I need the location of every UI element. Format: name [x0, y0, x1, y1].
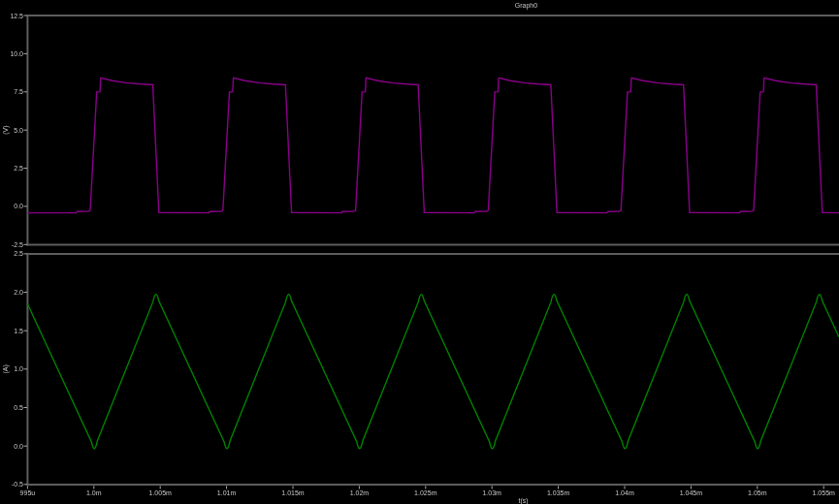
svg-text:2.0: 2.0	[14, 289, 23, 296]
svg-text:995u: 995u	[20, 489, 36, 496]
svg-text:1.055m: 1.055m	[813, 489, 836, 496]
svg-text:10.0: 10.0	[10, 50, 23, 57]
svg-text:1.5: 1.5	[14, 328, 23, 334]
svg-text:-2.5: -2.5	[12, 241, 23, 248]
svg-text:-0.5: -0.5	[12, 481, 23, 488]
svg-text:1.01m: 1.01m	[217, 489, 237, 496]
svg-text:1.0m: 1.0m	[86, 489, 102, 496]
svg-text:2.5: 2.5	[14, 250, 23, 257]
svg-text:12.5: 12.5	[10, 13, 23, 19]
svg-text:5.0: 5.0	[14, 127, 23, 134]
svg-text:1.005m: 1.005m	[149, 489, 173, 496]
svg-text:1.04m: 1.04m	[615, 489, 634, 496]
svg-text:1.015m: 1.015m	[281, 489, 305, 496]
svg-text:1.0: 1.0	[14, 365, 23, 372]
svg-text:Graph0: Graph0	[515, 2, 537, 10]
svg-text:1.035m: 1.035m	[547, 489, 570, 496]
svg-text:1.05m: 1.05m	[748, 489, 767, 496]
svg-text:(V): (V)	[2, 126, 10, 135]
svg-text:0.0: 0.0	[14, 443, 23, 450]
svg-text:(A): (A)	[2, 364, 10, 373]
svg-text:1.045m: 1.045m	[680, 489, 703, 496]
svg-text:7.5: 7.5	[14, 88, 23, 95]
svg-text:1.025m: 1.025m	[414, 489, 437, 496]
svg-text:t(s): t(s)	[518, 497, 528, 504]
svg-text:1.02m: 1.02m	[350, 489, 370, 496]
svg-text:2.5: 2.5	[14, 165, 23, 172]
svg-text:0.5: 0.5	[14, 404, 23, 411]
svg-text:1.03m: 1.03m	[482, 489, 501, 496]
svg-text:0.0: 0.0	[14, 203, 23, 209]
